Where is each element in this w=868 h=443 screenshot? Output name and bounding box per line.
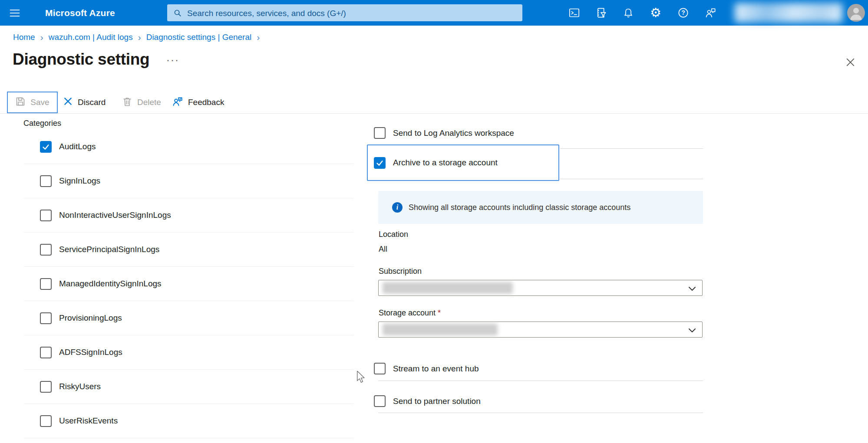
feedback-icon[interactable] xyxy=(700,0,720,26)
checkbox-managedidentitysigninlogs[interactable] xyxy=(40,278,52,290)
categories-heading: Categories xyxy=(23,119,61,128)
product-title: Microsoft Azure xyxy=(45,0,115,26)
search-input[interactable] xyxy=(186,4,518,22)
mouse-cursor xyxy=(355,371,366,385)
storage-account-dropdown[interactable] xyxy=(378,322,703,338)
divider xyxy=(560,179,703,179)
required-asterisk: * xyxy=(438,308,441,317)
category-label: ADFSSignInLogs xyxy=(59,348,122,357)
account-info-redacted xyxy=(735,3,842,23)
category-row-adfs: ADFSSignInLogs xyxy=(24,335,354,370)
log-analytics-label: Send to Log Analytics workspace xyxy=(393,128,514,138)
feedback-button[interactable]: Feedback xyxy=(172,91,224,114)
subscription-label: Subscription xyxy=(379,267,422,276)
discard-label: Discard xyxy=(78,98,106,107)
category-label: NonInteractiveUserSignInLogs xyxy=(59,210,171,220)
discard-x-icon xyxy=(63,96,73,108)
event-hub-row: Stream to an event hub xyxy=(374,363,479,374)
breadcrumb: Home › wazuh.com | Audit logs › Diagnost… xyxy=(13,32,260,43)
location-value: All xyxy=(379,245,387,254)
info-banner: i Showing all storage accounts including… xyxy=(378,191,703,224)
close-icon[interactable] xyxy=(843,55,858,69)
checkbox-auditlogs[interactable] xyxy=(40,141,52,153)
storage-account-value-redacted xyxy=(383,324,498,335)
chevron-down-icon xyxy=(688,285,696,293)
category-row-serviceprincipal: ServicePrincipalSignInLogs xyxy=(24,233,354,267)
event-hub-label: Stream to an event hub xyxy=(393,364,479,374)
category-row-userriskevents: UserRiskEvents xyxy=(24,404,354,438)
breadcrumb-separator: › xyxy=(257,32,260,43)
divider xyxy=(560,148,703,149)
save-button[interactable]: Save xyxy=(7,92,58,113)
divider xyxy=(378,381,703,381)
category-row-managedidentity: ManagedIdentitySignInLogs xyxy=(24,267,354,301)
trash-icon xyxy=(122,96,132,109)
storage-account-label-text: Storage account xyxy=(379,308,436,317)
hamburger-menu-icon[interactable] xyxy=(5,0,25,26)
breadcrumb-audit-logs[interactable]: wazuh.com | Audit logs xyxy=(49,33,133,42)
save-label: Save xyxy=(30,98,49,107)
category-label: ManagedIdentitySignInLogs xyxy=(59,279,162,289)
checkbox-log-analytics[interactable] xyxy=(374,127,386,139)
breadcrumb-diagnostic-settings[interactable]: Diagnostic settings | General xyxy=(146,33,252,42)
category-label: ProvisioningLogs xyxy=(59,313,122,323)
category-label: RiskyUsers xyxy=(59,382,101,391)
category-label: SignInLogs xyxy=(59,176,100,186)
cloud-shell-icon[interactable] xyxy=(564,0,584,26)
category-row-signinlogs: SignInLogs xyxy=(24,164,354,198)
category-row-auditlogs: AuditLogs xyxy=(24,130,354,164)
azure-portal-screen: Microsoft Azure ⚙ ? H xyxy=(0,0,868,443)
subscription-dropdown[interactable] xyxy=(378,280,703,296)
checkbox-provisioninglogs[interactable] xyxy=(40,312,52,324)
delete-label: Delete xyxy=(137,98,161,107)
breadcrumb-separator: › xyxy=(40,32,43,43)
category-list: AuditLogs SignInLogs NonInteractiveUserS… xyxy=(24,130,354,438)
checkbox-event-hub[interactable] xyxy=(374,363,386,374)
partner-solution-row: Send to partner solution xyxy=(374,395,481,407)
subscription-value-redacted xyxy=(383,282,513,294)
storage-account-label: Storage account* xyxy=(379,308,441,318)
settings-gear-icon[interactable]: ⚙ xyxy=(646,0,666,26)
divider xyxy=(378,413,703,413)
checkbox-archive-storage[interactable] xyxy=(374,157,386,169)
top-bar: Microsoft Azure ⚙ ? xyxy=(0,0,868,26)
category-label: ServicePrincipalSignInLogs xyxy=(59,245,159,254)
checkbox-userriskevents[interactable] xyxy=(40,415,52,427)
help-icon[interactable]: ? xyxy=(673,0,693,26)
breadcrumb-separator: › xyxy=(138,32,141,43)
feedback-label: Feedback xyxy=(188,98,224,107)
category-row-noninteractive: NonInteractiveUserSignInLogs xyxy=(24,198,354,233)
avatar[interactable] xyxy=(847,4,865,22)
category-label: AuditLogs xyxy=(59,142,96,151)
chevron-down-icon xyxy=(688,327,696,335)
checkbox-partner-solution[interactable] xyxy=(374,395,386,407)
global-search xyxy=(167,4,522,21)
title-overflow-menu[interactable]: ··· xyxy=(166,54,179,66)
location-label: Location xyxy=(379,230,408,239)
archive-storage-focused-box: Archive to a storage account xyxy=(367,144,559,181)
svg-text:?: ? xyxy=(681,9,685,16)
delete-button[interactable]: Delete xyxy=(122,91,161,114)
checkbox-adfssigninlogs[interactable] xyxy=(40,347,52,358)
save-icon xyxy=(15,96,26,109)
discard-button[interactable]: Discard xyxy=(63,91,106,114)
checkbox-noninteractiveusersigninlogs[interactable] xyxy=(40,210,52,221)
info-banner-text: Showing all storage accounts including c… xyxy=(409,203,630,212)
category-row-riskyusers: RiskyUsers xyxy=(24,370,354,404)
info-icon: i xyxy=(392,202,403,213)
partner-solution-label: Send to partner solution xyxy=(393,397,481,406)
notifications-icon[interactable] xyxy=(618,0,638,26)
feedback-person-icon xyxy=(172,96,183,109)
archive-storage-label: Archive to a storage account xyxy=(393,158,498,167)
checkbox-serviceprincipalsigninlogs[interactable] xyxy=(40,244,52,256)
checkbox-signinlogs[interactable] xyxy=(40,175,52,187)
category-label: UserRiskEvents xyxy=(59,416,118,426)
category-row-provisioning: ProvisioningLogs xyxy=(24,301,354,335)
search-icon xyxy=(173,8,182,20)
checkbox-riskyusers[interactable] xyxy=(40,381,52,393)
log-analytics-row: Send to Log Analytics workspace xyxy=(374,127,514,139)
breadcrumb-home[interactable]: Home xyxy=(13,33,35,42)
page-title: Diagnostic setting xyxy=(13,50,149,69)
directory-filter-icon[interactable] xyxy=(591,0,611,26)
